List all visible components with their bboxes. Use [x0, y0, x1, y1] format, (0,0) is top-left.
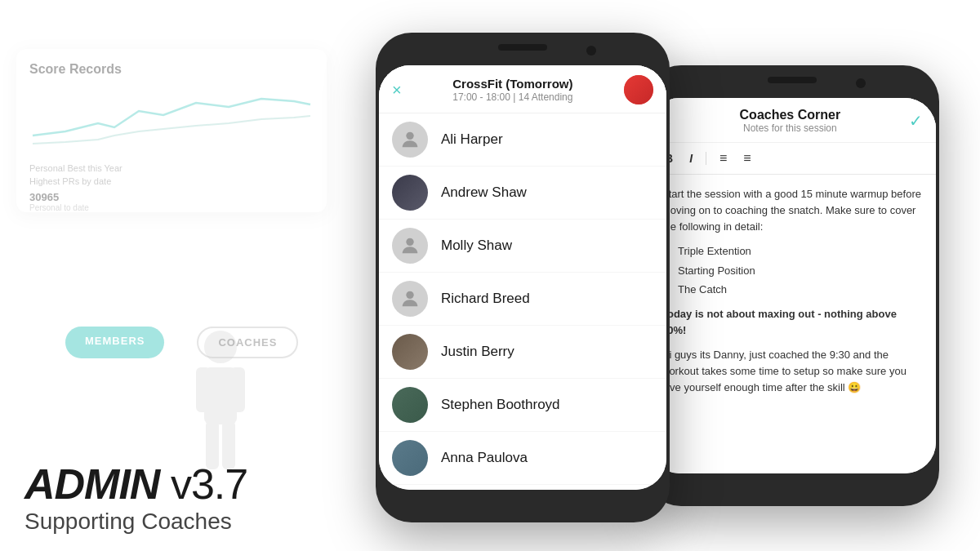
editor-bold-line: Today is not about maxing out - nothing … [662, 306, 923, 339]
phone2-camera [856, 78, 866, 88]
member-name: Richard Breed [441, 291, 530, 307]
coaches-bg-btn: COACHES [197, 327, 298, 358]
editor-toolbar: B I ≡ ≡ [648, 143, 936, 175]
version-label: v3.7 [159, 460, 247, 508]
bullet-item-1: Triple Extention [678, 243, 923, 260]
members-bg-btn: MEMBERS [65, 327, 164, 358]
svg-rect-2 [196, 367, 211, 412]
bullet-item-2: Starting Position [678, 263, 923, 279]
avatar [392, 334, 428, 370]
avatar [392, 228, 428, 264]
list-item[interactable]: Justin Berry [379, 326, 666, 379]
background-buttons: MEMBERS COACHES [65, 327, 298, 358]
session-name: CrossFit (Tomorrow) [402, 77, 624, 91]
session-header: × CrossFit (Tomorrow) 17:00 - 18:00 | 14… [379, 65, 666, 113]
list-item[interactable]: Molly Shaw [379, 220, 666, 273]
list-item[interactable]: Andrew Shaw [379, 167, 666, 220]
phone1-device: × CrossFit (Tomorrow) 17:00 - 18:00 | 14… [376, 33, 670, 522]
avatar [392, 122, 428, 158]
editor-content[interactable]: Start the session with a good 15 minute … [648, 175, 936, 473]
score-rows: Personal Best this Year Highest PRs by d… [29, 163, 314, 212]
svg-rect-3 [230, 367, 245, 412]
score-chart [29, 87, 314, 152]
member-list: Ali Harper Andrew Shaw Molly Shaw [379, 113, 666, 490]
member-name: Anna Paulova [441, 450, 528, 466]
avatar [392, 387, 428, 423]
session-title-block: CrossFit (Tomorrow) 17:00 - 18:00 | 14 A… [402, 77, 624, 103]
member-name: Molly Shaw [441, 238, 512, 254]
list-item[interactable]: Rachel gould [379, 485, 666, 490]
bullet-item-3: The Catch [678, 282, 923, 298]
coaches-corner-screen: × Coaches Corner Notes for this session … [648, 98, 936, 473]
list-item[interactable]: Anna Paulova [379, 432, 666, 485]
member-name: Ali Harper [441, 131, 503, 148]
phone2-device: × Coaches Corner Notes for this session … [645, 65, 939, 506]
session-avatar [624, 75, 653, 104]
coaches-corner-subtitle: Notes for this session [671, 122, 909, 134]
admin-label: ADMIN [24, 460, 159, 508]
list-item[interactable]: Stephen Boothroyd [379, 379, 666, 432]
session-time: 17:00 - 18:00 | 14 Attending [402, 91, 624, 103]
list-item[interactable]: Richard Breed [379, 273, 666, 326]
phone2-screen: × Coaches Corner Notes for this session … [648, 98, 936, 473]
avatar [392, 175, 428, 211]
svg-point-6 [406, 132, 413, 140]
italic-button[interactable]: I [686, 150, 696, 167]
score-card-title: Score Records [29, 62, 314, 77]
ordered-list-button[interactable]: ≡ [716, 149, 730, 167]
coaches-corner-header: × Coaches Corner Notes for this session … [648, 98, 936, 143]
member-name: Stephen Boothroyd [441, 397, 560, 413]
phone1-camera [586, 46, 596, 56]
toolbar-divider [706, 152, 706, 165]
editor-bullet-list: Triple Extention Starting Position The C… [678, 243, 923, 297]
editor-paragraph-1: Start the session with a good 15 minute … [662, 186, 923, 235]
unordered-list-button[interactable]: ≡ [740, 149, 754, 167]
coaches-title-block: Coaches Corner Notes for this session [671, 108, 909, 134]
score-records-card: Score Records Personal Best this Year Hi… [16, 49, 327, 212]
member-name: Justin Berry [441, 344, 514, 360]
editor-paragraph-2: Hi guys its Danny, just coached the 9:30… [662, 347, 923, 396]
avatar [392, 281, 428, 317]
close-icon[interactable]: × [392, 82, 402, 98]
phone1-screen: × CrossFit (Tomorrow) 17:00 - 18:00 | 14… [379, 65, 666, 490]
session-avatar-inner [624, 75, 653, 104]
branding-block: ADMIN v3.7 Supporting Coaches [24, 463, 247, 535]
list-item[interactable]: Ali Harper [379, 113, 666, 167]
app-title: ADMIN v3.7 [24, 463, 247, 505]
members-screen: × CrossFit (Tomorrow) 17:00 - 18:00 | 14… [379, 65, 666, 490]
coaches-corner-title: Coaches Corner [671, 108, 909, 122]
coaches-check-icon[interactable]: ✓ [909, 111, 923, 131]
supporting-label: Supporting Coaches [24, 509, 247, 535]
svg-point-8 [406, 291, 413, 299]
svg-point-7 [406, 238, 413, 246]
member-name: Andrew Shaw [441, 184, 527, 201]
avatar [392, 440, 428, 476]
